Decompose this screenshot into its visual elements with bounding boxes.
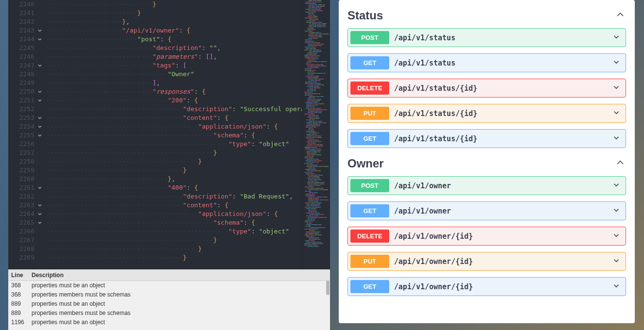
fold-icon[interactable]	[37, 212, 42, 216]
problems-row-desc: properties must be an object	[29, 318, 330, 327]
problems-row-line: 368	[8, 290, 29, 299]
code-line[interactable]: ································"200": {	[46, 96, 302, 105]
gutter-line: 2251	[14, 96, 42, 105]
method-badge: GET	[350, 280, 389, 293]
endpoint-row[interactable]: GET/api/v1/status	[347, 53, 626, 72]
code-line[interactable]: ························"post": {	[46, 35, 302, 44]
chevron-down-icon[interactable]	[612, 281, 621, 292]
endpoint-row[interactable]: POST/api/v1/status	[347, 28, 626, 47]
code-line[interactable]: ········································…	[46, 236, 302, 245]
chevron-down-icon[interactable]	[612, 83, 621, 94]
line-number: 2245	[17, 44, 34, 52]
code-line[interactable]: ································"Owner"	[46, 70, 302, 79]
gutter-line: 2246	[14, 52, 42, 61]
code-line[interactable]: ····································}	[46, 253, 302, 262]
line-number: 2267	[17, 236, 34, 245]
gutter-line: 2242	[14, 17, 42, 26]
line-number: 2264	[17, 210, 34, 218]
line-number: 2251	[17, 96, 34, 105]
method-badge: PUT	[350, 255, 389, 268]
code-line[interactable]: ········································…	[46, 227, 302, 236]
chevron-down-icon[interactable]	[612, 108, 621, 119]
fold-icon[interactable]	[37, 133, 42, 138]
line-number: 2257	[17, 148, 34, 157]
endpoint-row[interactable]: PUT/api/v1/status/{id}	[347, 104, 626, 123]
fold-icon[interactable]	[37, 116, 42, 120]
fold-icon[interactable]	[37, 185, 42, 190]
endpoint-row[interactable]: POST/api/v1/owner	[347, 176, 626, 195]
line-number: 2262	[17, 192, 34, 201]
code-line[interactable]: ································},	[46, 175, 302, 183]
code-line[interactable]: ········································…	[46, 245, 302, 253]
problems-row[interactable]: 1196properties must be an object	[8, 318, 330, 327]
section-header[interactable]: Status	[347, 9, 626, 22]
code-line[interactable]: ····································}	[46, 166, 302, 175]
chevron-down-icon[interactable]	[612, 231, 621, 242]
code-line[interactable]: ····························}	[46, 0, 302, 9]
code-line[interactable]: ····························"responses":…	[46, 87, 302, 96]
code-line[interactable]: ····································"con…	[46, 114, 302, 122]
fold-icon[interactable]	[37, 220, 42, 225]
chevron-down-icon[interactable]	[612, 206, 621, 216]
code-line[interactable]: ········································…	[46, 218, 302, 227]
endpoint-row[interactable]: PUT/api/v1/owner/{id}	[347, 252, 626, 271]
gutter-line: 2250	[14, 87, 42, 96]
problems-row[interactable]: 368properties must be an object	[8, 281, 330, 290]
code-line[interactable]: ········································…	[46, 148, 302, 157]
fold-icon[interactable]	[37, 203, 42, 208]
endpoint-row[interactable]: GET/api/v1/owner	[347, 201, 626, 220]
gutter-line: 2248	[14, 70, 42, 79]
chevron-down-icon[interactable]	[612, 33, 621, 43]
code-line[interactable]: ····························"tags": [	[46, 61, 302, 70]
chevron-down-icon[interactable]	[612, 133, 621, 144]
fold-icon[interactable]	[37, 28, 42, 33]
code-line[interactable]: ········································…	[46, 122, 302, 131]
swagger-panel[interactable]: StatusPOST/api/v1/statusGET/api/v1/statu…	[339, 0, 635, 323]
problems-list[interactable]: 368properties must be an object368proper…	[8, 281, 330, 330]
endpoint-row[interactable]: DELETE/api/v1/status/{id}	[347, 79, 626, 98]
problems-row[interactable]: 368properties members must be schemas	[8, 290, 330, 299]
endpoint-row[interactable]: GET/api/v1/status/{id}	[347, 129, 626, 148]
endpoint-row[interactable]: DELETE/api/v1/owner/{id}	[347, 227, 626, 246]
chevron-down-icon[interactable]	[612, 58, 621, 68]
code-line[interactable]: ····························"description…	[46, 44, 302, 52]
minimap[interactable]	[302, 0, 330, 269]
chevron-down-icon[interactable]	[612, 256, 621, 267]
code-line[interactable]: ········································…	[46, 210, 302, 218]
code-line[interactable]: ········································…	[46, 140, 302, 148]
code-line[interactable]: ····································"des…	[46, 105, 302, 114]
line-gutter: 2240224122422243224422452246224722482249…	[8, 0, 46, 269]
code-line[interactable]: ····················"/api/v1/owner": {	[46, 26, 302, 35]
code-line[interactable]: ········································…	[46, 157, 302, 166]
code-editor[interactable]: 2240224122422243224422452246224722482249…	[8, 0, 330, 269]
code-line[interactable]: ····································"con…	[46, 201, 302, 210]
code-line[interactable]: ········································…	[46, 131, 302, 140]
code-line[interactable]: ································"400": {	[46, 183, 302, 192]
method-badge: DELETE	[350, 230, 389, 243]
fold-icon[interactable]	[37, 98, 42, 103]
code-line[interactable]: ····························],	[46, 79, 302, 87]
chevron-down-icon[interactable]	[612, 181, 621, 191]
fold-icon[interactable]	[37, 63, 42, 68]
problems-row-line: 368	[8, 281, 29, 290]
problems-scroll-thumb[interactable]	[326, 280, 330, 295]
code-line[interactable]: ····················},	[46, 17, 302, 26]
chevron-up-icon[interactable]	[614, 9, 626, 22]
gutter-line: 2257	[14, 148, 42, 157]
code-line[interactable]: ····························"parameters"…	[46, 52, 302, 61]
method-badge: POST	[350, 31, 389, 44]
fold-icon[interactable]	[37, 37, 42, 42]
code-area[interactable]: ····························}···········…	[46, 0, 302, 269]
section-header[interactable]: Owner	[347, 157, 626, 170]
code-line[interactable]: ····································"des…	[46, 192, 302, 201]
chevron-up-icon[interactable]	[614, 157, 626, 170]
gutter-line: 2266	[14, 227, 42, 236]
fold-icon[interactable]	[37, 89, 42, 94]
problems-row[interactable]: 889properties members must be schemas	[8, 309, 330, 318]
endpoint-row[interactable]: GET/api/v1/owner/{id}	[347, 277, 626, 296]
problems-row-desc: properties members must be schemas	[29, 309, 330, 317]
code-line[interactable]: ························}	[46, 9, 302, 17]
problems-row[interactable]: 889properties must be an object	[8, 299, 330, 309]
fold-icon[interactable]	[37, 124, 42, 129]
problems-scrollbar[interactable]	[326, 280, 330, 329]
